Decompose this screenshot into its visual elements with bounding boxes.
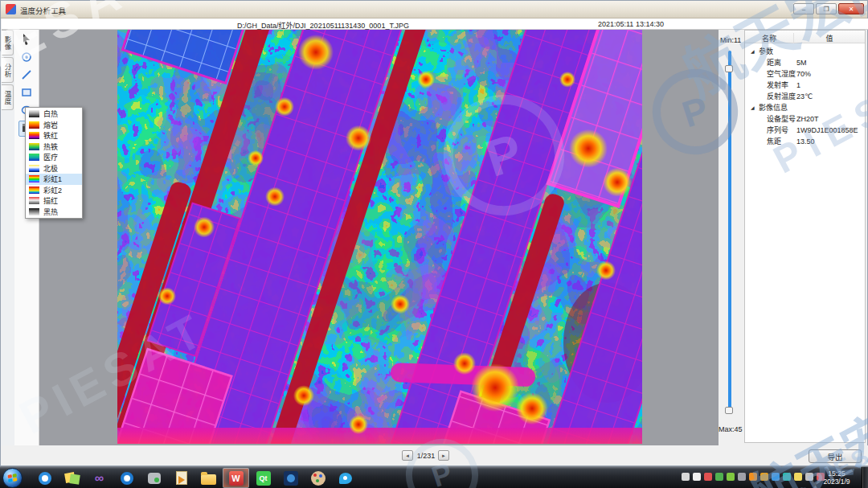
- thermal-image[interactable]: [117, 30, 642, 444]
- palette-swatch: [29, 187, 39, 194]
- minimize-button[interactable]: –: [793, 3, 814, 14]
- properties-panel: 名称 值 ◢ 参数 距离 5M 空气湿度 70% 发射率 1 反射温度 23℃: [744, 30, 866, 443]
- group-row-image-info[interactable]: ◢ 影像信息: [745, 102, 865, 113]
- tray-icon[interactable]: [794, 473, 802, 481]
- palette-swatch: [29, 154, 39, 161]
- group-row-params[interactable]: ◢ 参数: [745, 46, 865, 57]
- taskbar-app-visual-studio[interactable]: ∞: [86, 468, 113, 488]
- tray-icon[interactable]: [715, 473, 723, 481]
- bottom-bar: ◄ 1/231 ► 导出: [2, 445, 868, 465]
- palette-item-tint[interactable]: 描红: [26, 195, 82, 207]
- point-icon: [20, 51, 33, 65]
- palette-swatch: [29, 208, 39, 215]
- min-temp-label: Min:11: [720, 36, 741, 44]
- show-desktop-button[interactable]: [862, 467, 868, 488]
- expand-icon[interactable]: ◢: [751, 46, 755, 57]
- tray-icon[interactable]: [749, 473, 757, 481]
- palette-item-arctic[interactable]: 北极: [26, 163, 82, 174]
- palette-item-rainbow2[interactable]: 彩虹2: [26, 185, 82, 196]
- system-tray: [682, 473, 825, 484]
- palette-item-white-hot[interactable]: 白热: [26, 109, 82, 120]
- select-tool-button[interactable]: [18, 32, 35, 48]
- tray-icon[interactable]: [704, 473, 712, 481]
- folder-icon: [201, 474, 216, 485]
- taskbar-app-messenger[interactable]: [332, 468, 358, 488]
- column-value[interactable]: 值: [793, 33, 865, 43]
- clock-time: 15:25: [817, 470, 857, 478]
- taskbar-app-browser-2[interactable]: [113, 468, 140, 488]
- side-tab-analysis[interactable]: 分析: [2, 57, 14, 83]
- palette-item-iron-red[interactable]: 铁红: [26, 130, 82, 141]
- start-button[interactable]: [2, 468, 23, 488]
- palette-item-black-hot[interactable]: 黑热: [26, 207, 82, 218]
- taskbar-app-file-explorer[interactable]: [195, 468, 222, 488]
- next-page-button[interactable]: ►: [438, 450, 449, 461]
- palette-item-lava[interactable]: 熔岩: [26, 120, 82, 131]
- palette-item-hot-iron[interactable]: 热铁: [26, 141, 82, 153]
- side-tab-image[interactable]: 影像: [2, 30, 14, 55]
- palette-item-medical[interactable]: 医疗: [26, 152, 82, 163]
- palette-swatch: [29, 121, 39, 129]
- prop-row-reflected-temp[interactable]: 反射温度 23℃: [745, 91, 865, 102]
- titlebar: 温度分析工具 – ❐ ✕: [1, 1, 867, 18]
- taskbar-app-remote-tool[interactable]: [141, 468, 167, 488]
- maximize-button[interactable]: ❐: [816, 3, 837, 14]
- app-window: 温度分析工具 – ❐ ✕ D:/GH_Data/红外/DJI_202105111…: [0, 0, 868, 466]
- prop-row-serial[interactable]: 序列号 1W9DJ1E001858E: [745, 125, 865, 136]
- installer-icon: [176, 471, 187, 485]
- taskbar-app-paint[interactable]: [305, 468, 331, 488]
- side-tab-temperature[interactable]: 温度: [2, 84, 14, 110]
- app-icon: [6, 4, 16, 14]
- column-name[interactable]: 名称: [745, 33, 793, 43]
- tray-icon[interactable]: [738, 473, 746, 481]
- prop-row-emissivity[interactable]: 发射率 1: [745, 80, 865, 91]
- tray-icon[interactable]: [760, 473, 768, 481]
- taskbar-clock[interactable]: 15:25 2023/1/9: [817, 470, 857, 486]
- tray-icon[interactable]: [693, 473, 701, 481]
- palette-swatch: [29, 132, 39, 139]
- tray-icon[interactable]: [682, 473, 690, 481]
- tray-icon[interactable]: [805, 473, 813, 481]
- taskbar-app-sticky-notes[interactable]: [59, 468, 85, 488]
- palette-swatch: [29, 143, 39, 150]
- line-tool-button[interactable]: [18, 68, 35, 84]
- prop-row-focal-length[interactable]: 焦距 13.50: [745, 136, 865, 147]
- point-tool-button[interactable]: [18, 50, 35, 66]
- capture-time: 2021:05:11 13:14:30: [598, 20, 678, 28]
- tray-icon[interactable]: [783, 473, 791, 481]
- sticky-notes-icon: [65, 471, 80, 486]
- tray-icon[interactable]: [772, 473, 780, 481]
- taskbar-app-photos[interactable]: [277, 468, 304, 488]
- expand-icon[interactable]: ◢: [751, 102, 755, 113]
- tray-icon[interactable]: [727, 473, 735, 481]
- max-slider-handle[interactable]: [725, 407, 733, 414]
- taskbar-app-installer[interactable]: [168, 468, 194, 488]
- taskbar-app-browser[interactable]: [31, 468, 58, 488]
- min-slider-handle[interactable]: [725, 65, 733, 72]
- rect-tool-button[interactable]: [18, 85, 35, 101]
- close-button[interactable]: ✕: [838, 3, 864, 14]
- browser-icon: [39, 472, 51, 485]
- cursor-icon: [20, 33, 33, 47]
- palette-swatch: [29, 175, 39, 182]
- pathbar: D:/GH_Data/红外/DJI_20210511131430_0001_T.…: [2, 18, 868, 30]
- photos-icon: [284, 471, 298, 486]
- paint-icon: [311, 471, 326, 486]
- prop-row-humidity[interactable]: 空气湿度 70%: [745, 68, 865, 80]
- image-canvas[interactable]: [39, 30, 719, 445]
- prev-page-button[interactable]: ◄: [402, 450, 413, 461]
- clock-date: 2023/1/9: [817, 478, 857, 486]
- qt-icon: Qt: [256, 471, 271, 486]
- taskbar-app-qt-creator[interactable]: Qt: [250, 468, 276, 488]
- prop-row-device-model[interactable]: 设备型号 ZH20T: [745, 113, 865, 125]
- taskbar-app-wps-office[interactable]: W: [223, 468, 249, 488]
- palette-swatch: [29, 197, 39, 204]
- prop-row-distance[interactable]: 距离 5M: [745, 57, 865, 68]
- export-button[interactable]: 导出: [809, 449, 862, 463]
- palette-item-rainbow1[interactable]: 彩虹1: [26, 174, 82, 185]
- screen: 温度分析工具 – ❐ ✕ D:/GH_Data/红外/DJI_202105111…: [0, 0, 868, 488]
- browser-icon: [121, 472, 133, 485]
- palette-swatch: [29, 110, 39, 117]
- temperature-slider-track[interactable]: [728, 51, 731, 414]
- taskbar: ∞ W Qt 15:25 2023/1/9: [0, 466, 868, 488]
